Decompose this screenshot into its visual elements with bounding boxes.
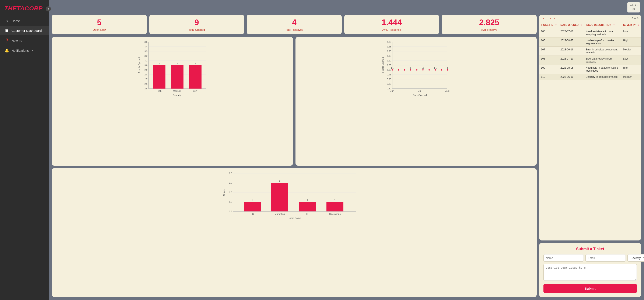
submit-button[interactable]: Submit: [544, 284, 637, 293]
sidebar-label-notifications: Notifications: [12, 49, 29, 52]
filter-icon-severity[interactable]: ▼: [637, 24, 639, 26]
email-input[interactable]: [586, 254, 626, 262]
stat-value-total-resolved: 4: [292, 18, 296, 26]
sidebar: THETACORP ⌂ Home ▣ Customer Dashboard ❓ …: [0, 0, 49, 300]
stat-value-avg-resolve: 2.825: [479, 18, 499, 26]
svg-text:1.05: 1.05: [387, 64, 391, 66]
stat-value-total-opened: 9: [194, 18, 199, 26]
description-textarea[interactable]: [544, 264, 637, 281]
svg-text:Low: Low: [193, 90, 197, 92]
col-header-date-opened[interactable]: DATE OPENED ▼: [559, 22, 584, 28]
submit-ticket-title: Submit a Ticket: [544, 247, 637, 251]
table-row[interactable]: 108 2023-07-13 Slow data retrieval from …: [539, 56, 641, 65]
stat-label-avg-response: Avg. Response: [382, 28, 401, 31]
bar-marketing: [271, 183, 288, 211]
svg-text:0.5: 0.5: [229, 210, 232, 213]
sidebar-item-home[interactable]: ⌂ Home: [0, 16, 49, 25]
svg-text:3.4: 3.4: [144, 45, 148, 48]
svg-text:1.10: 1.10: [387, 59, 391, 62]
dashboard-icon: ▣: [5, 28, 9, 33]
howto-icon: ❓: [5, 38, 9, 43]
svg-text:2.7: 2.7: [144, 78, 148, 80]
sidebar-item-notifications[interactable]: 🔔 Notifications ▾: [0, 46, 49, 55]
svg-text:3: 3: [194, 62, 196, 65]
severity-select[interactable]: Severity Low Medium High: [628, 254, 644, 262]
filter-icon-ticket-id[interactable]: ▼: [555, 24, 557, 26]
timeline-chart-card: 1.30 1.25 1.20 1.15 1.10 1.05 1.00 0.95 …: [296, 37, 537, 166]
table-row[interactable]: 106 2023-08-27 Unable to perform market …: [539, 37, 641, 47]
cell-issue-description: Unable to perform market segmentation: [584, 37, 622, 47]
svg-text:IT: IT: [306, 213, 308, 215]
col-header-severity[interactable]: SEVERITY ▼: [622, 22, 641, 28]
bar-operations: [326, 202, 344, 211]
svg-text:2.8: 2.8: [144, 73, 148, 76]
name-input[interactable]: [544, 254, 584, 262]
svg-text:1 1: 1 1: [434, 67, 436, 69]
sidebar-label-howto: How-To: [12, 39, 22, 42]
bar-cs: [244, 202, 261, 211]
table-row[interactable]: 107 2023-06-16 Error in principal compon…: [539, 47, 641, 56]
svg-text:Tickets Opened: Tickets Opened: [382, 57, 384, 73]
stat-card-total-resolved: 4 Total Resolved: [247, 15, 342, 34]
svg-text:1.15: 1.15: [387, 55, 391, 57]
topbar: admin ⚙: [49, 0, 644, 15]
cell-severity: High: [622, 37, 641, 47]
table-row[interactable]: 105 2023-07-10 Need assistance in data s…: [539, 28, 641, 37]
cell-date-opened: 2023-08-27: [559, 37, 584, 47]
svg-text:2: 2: [279, 180, 280, 182]
svg-text:3.1: 3.1: [144, 59, 148, 62]
filter-icon-issue-description[interactable]: ▼: [613, 24, 615, 26]
admin-button[interactable]: admin ⚙: [627, 2, 640, 12]
svg-text:1: 1: [252, 199, 253, 201]
cell-date-opened: 2023-07-10: [559, 28, 584, 37]
table-row[interactable]: 109 2023-08-05 Need help in data storyte…: [539, 65, 641, 74]
col-header-issue-description[interactable]: ISSUE DESCRIPTION ▼: [584, 22, 622, 28]
sidebar-collapse-button[interactable]: ❮: [46, 6, 51, 11]
svg-text:3.2: 3.2: [144, 55, 148, 57]
form-row-name-email: Severity Low Medium High Team Na... CS M…: [544, 254, 637, 262]
table-page-info: 1 - 9 of 9: [628, 17, 638, 20]
cell-severity: Medium: [622, 47, 641, 56]
svg-text:Medium: Medium: [173, 90, 181, 92]
team-chart-svg: 2.5 2.0 1.5 1.0 0.5 1 CS 2 Marketing: [222, 171, 366, 220]
cell-issue-description: Need help in data storytelling technique…: [584, 65, 622, 74]
svg-text:Tickets Opened: Tickets Opened: [138, 57, 140, 73]
cell-severity: Low: [622, 56, 641, 65]
admin-label: admin: [630, 3, 638, 7]
svg-text:1: 1: [447, 67, 448, 69]
stat-card-open-now: 5 Open Now: [52, 15, 147, 34]
table-scroll-area[interactable]: TICKET ID ▼ DATE OPENED ▼ ISSUE DESCRIPT…: [539, 22, 641, 88]
svg-text:1.20: 1.20: [387, 50, 391, 52]
cell-date-opened: 2023-07-13: [559, 56, 584, 65]
bar-high: [153, 65, 166, 89]
team-chart-card: 2.5 2.0 1.5 1.0 0.5 1 CS 2 Marketing: [52, 168, 537, 297]
timeline-chart-svg: 1.30 1.25 1.20 1.15 1.10 1.05 1.00 0.95 …: [381, 40, 451, 99]
sidebar-label-dashboard: Customer Dashboard: [12, 29, 42, 32]
cell-date-opened: 2023-08-05: [559, 65, 584, 74]
table-next-page-button[interactable]: ›: [549, 16, 552, 20]
svg-text:1 1: 1 1: [422, 67, 424, 69]
svg-text:2.6: 2.6: [144, 83, 148, 85]
main-content: admin ⚙ 5 Open Now 9 Total Opened 4 Tota…: [49, 0, 644, 300]
charts-row: 3.5 3.4 3.3 3.2 3.1 3.0 2.9 2.8 2.7 2.6 …: [52, 37, 537, 166]
stat-label-avg-resolve: Avg. Resolve: [481, 28, 497, 31]
svg-text:1: 1: [410, 67, 411, 69]
filter-icon-date-opened[interactable]: ▼: [580, 24, 582, 26]
tickets-table: TICKET ID ▼ DATE OPENED ▼ ISSUE DESCRIPT…: [539, 22, 641, 80]
cell-date-opened: 2023-06-16: [559, 47, 584, 56]
svg-text:0.95: 0.95: [387, 73, 391, 76]
sidebar-item-how-to[interactable]: ❓ How-To: [0, 36, 49, 45]
sidebar-item-customer-dashboard[interactable]: ▣ Customer Dashboard: [0, 26, 49, 35]
svg-text:1: 1: [307, 199, 308, 201]
svg-text:2.5: 2.5: [144, 87, 148, 90]
bar-low: [189, 65, 202, 89]
table-first-page-button[interactable]: «: [542, 16, 545, 20]
table-prev-page-button[interactable]: ‹: [546, 16, 548, 20]
severity-chart-svg: 3.5 3.4 3.3 3.2 3.1 3.0 2.9 2.8 2.7 2.6 …: [138, 40, 208, 99]
table-last-page-button[interactable]: »: [552, 16, 556, 20]
table-row[interactable]: 110 2023-06-19 Difficulty in data govern…: [539, 74, 641, 80]
svg-text:Tickets: Tickets: [223, 189, 226, 196]
svg-text:1.0: 1.0: [229, 201, 232, 203]
col-header-ticket-id[interactable]: TICKET ID ▼: [539, 22, 559, 28]
stat-value-avg-response: 1.444: [382, 18, 402, 26]
